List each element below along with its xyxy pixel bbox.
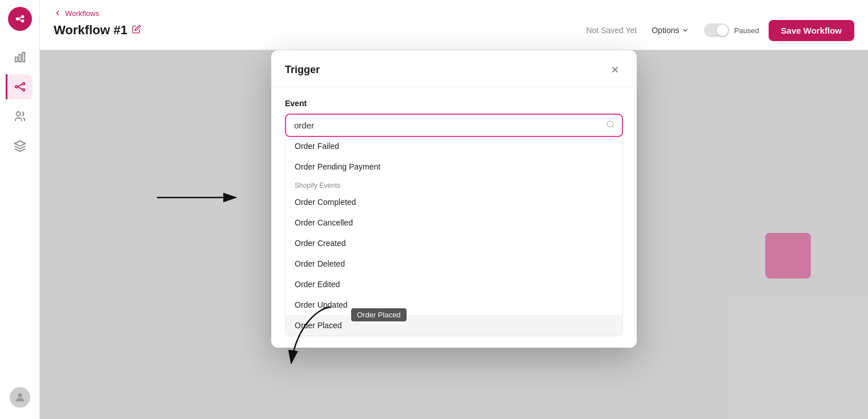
dropdown-item-order-deleted[interactable]: Order Deleted bbox=[286, 253, 622, 274]
modal-title: Trigger bbox=[285, 64, 320, 76]
trigger-modal: Trigger Event bbox=[271, 50, 637, 348]
dropdown-item-order-created[interactable]: Order Created bbox=[286, 233, 622, 253]
edit-title-icon[interactable] bbox=[132, 25, 141, 36]
sidebar-item-packages[interactable] bbox=[7, 134, 33, 159]
svg-point-0 bbox=[15, 17, 19, 21]
dropdown-item-order-placed[interactable]: Order Placed bbox=[286, 315, 622, 336]
modal-body: Event Order Failed bbox=[271, 87, 637, 348]
shopify-events-group-label: Shopify Events bbox=[286, 177, 622, 192]
svg-rect-6 bbox=[19, 54, 21, 62]
close-icon bbox=[610, 65, 620, 75]
sidebar-item-analytics[interactable] bbox=[7, 45, 33, 70]
svg-point-10 bbox=[22, 89, 25, 91]
arrow-pointer-1 bbox=[151, 175, 243, 223]
toggle-knob bbox=[717, 25, 728, 36]
event-dropdown: Order Failed Order Pending Payment Shopi… bbox=[285, 136, 623, 336]
svg-point-14 bbox=[18, 393, 22, 397]
toggle-label: Paused bbox=[734, 26, 759, 35]
svg-point-2 bbox=[21, 19, 24, 22]
save-workflow-button[interactable]: Save Workflow bbox=[769, 20, 854, 41]
svg-point-9 bbox=[22, 83, 25, 85]
page-title: Workflow #1 bbox=[54, 23, 127, 38]
sidebar bbox=[0, 0, 40, 419]
event-search-input[interactable] bbox=[286, 115, 622, 136]
page-header: Workflows Workflow #1 Not Saved Yet Opti… bbox=[40, 0, 868, 50]
app-logo[interactable] bbox=[8, 7, 32, 31]
dropdown-item-order-pending-payment[interactable]: Order Pending Payment bbox=[286, 156, 622, 177]
breadcrumb-label: Workflows bbox=[65, 9, 99, 18]
pause-toggle-wrap: Paused bbox=[704, 23, 759, 37]
sidebar-item-workflows[interactable] bbox=[6, 74, 33, 99]
header-actions: Not Saved Yet Options Paused Save Workfl… bbox=[586, 20, 854, 41]
svg-point-8 bbox=[15, 86, 17, 88]
svg-point-13 bbox=[16, 112, 20, 116]
dropdown-item-order-updated[interactable]: Order Updated bbox=[286, 295, 622, 315]
dropdown-item-order-completed[interactable]: Order Completed bbox=[286, 192, 622, 212]
event-label: Event bbox=[285, 99, 623, 108]
sidebar-nav bbox=[7, 45, 33, 387]
page-title-group: Workflow #1 bbox=[54, 23, 141, 38]
dropdown-item-order-edited[interactable]: Order Edited bbox=[286, 274, 622, 295]
save-status: Not Saved Yet bbox=[586, 26, 637, 35]
svg-line-12 bbox=[17, 87, 22, 90]
svg-rect-7 bbox=[22, 53, 25, 62]
search-icon bbox=[606, 120, 615, 131]
modal-overlay: Order Placed Trigger Event bbox=[40, 50, 868, 419]
event-search-wrap bbox=[285, 114, 623, 137]
options-button[interactable]: Options bbox=[646, 22, 695, 38]
dropdown-item-order-failed[interactable]: Order Failed bbox=[286, 136, 622, 156]
svg-point-19 bbox=[607, 121, 613, 127]
dropdown-item-order-cancelled[interactable]: Order Cancelled bbox=[286, 212, 622, 233]
user-avatar[interactable] bbox=[10, 387, 30, 408]
svg-line-3 bbox=[19, 17, 21, 18]
breadcrumb[interactable]: Workflows bbox=[54, 9, 854, 18]
svg-line-11 bbox=[17, 84, 22, 87]
chevron-down-icon bbox=[681, 26, 689, 34]
svg-line-4 bbox=[19, 19, 21, 21]
svg-point-1 bbox=[21, 15, 24, 18]
sidebar-item-contacts[interactable] bbox=[7, 104, 33, 129]
svg-rect-5 bbox=[15, 57, 17, 62]
pause-toggle[interactable] bbox=[704, 23, 729, 37]
svg-line-20 bbox=[612, 126, 614, 128]
workflow-canvas: Order Placed Trigger Event bbox=[40, 50, 868, 419]
close-modal-button[interactable] bbox=[607, 62, 623, 78]
modal-header: Trigger bbox=[271, 50, 637, 87]
main-area: Workflows Workflow #1 Not Saved Yet Opti… bbox=[40, 0, 868, 419]
chevron-left-icon bbox=[54, 9, 62, 17]
